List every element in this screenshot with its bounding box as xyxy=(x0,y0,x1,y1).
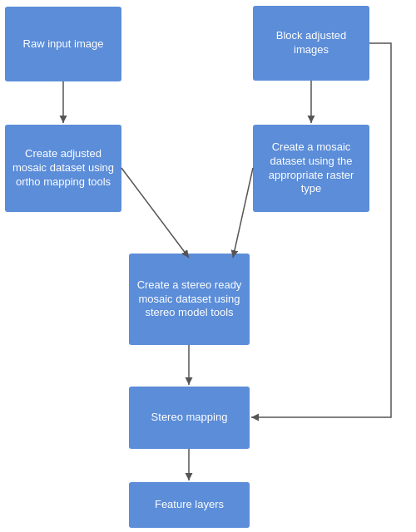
feature-layers-box: Feature layers xyxy=(129,482,250,528)
stereo-mapping-box: Stereo mapping xyxy=(129,387,250,449)
block-adjusted-box: Block adjusted images xyxy=(253,6,369,81)
create-adjusted-box: Create adjusted mosaic dataset using ort… xyxy=(5,125,121,212)
svg-line-3 xyxy=(121,168,189,258)
create-mosaic-box: Create a mosaic dataset using the approp… xyxy=(253,125,369,212)
diagram: Raw input image Block adjusted images Cr… xyxy=(0,0,416,532)
stereo-ready-box: Create a stereo ready mosaic dataset usi… xyxy=(129,254,250,345)
svg-line-4 xyxy=(233,168,253,258)
raw-input-box: Raw input image xyxy=(5,7,121,81)
